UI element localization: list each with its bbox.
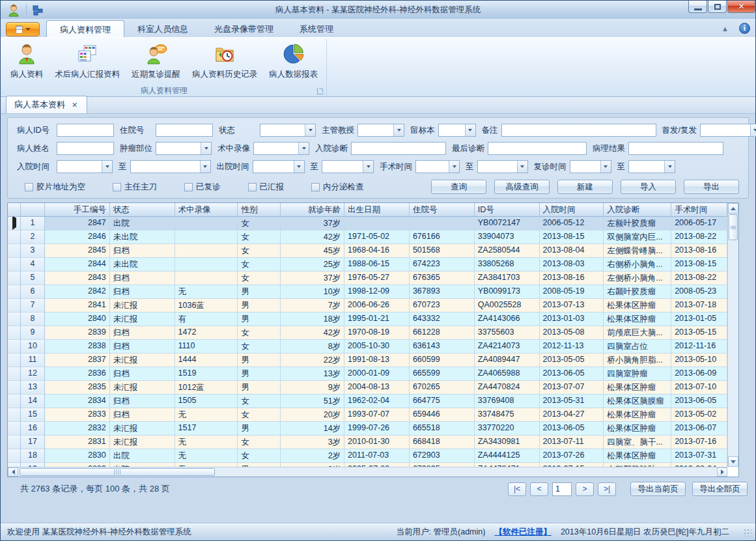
table-row[interactable]: 172831未汇报无女3岁2010-01-30668418ZA343098120… — [8, 436, 727, 449]
table-row[interactable]: 142834归档1505女51岁1962-02-0466477533769408… — [8, 395, 727, 408]
dropdown-arrow-icon[interactable] — [294, 161, 304, 173]
filter-dropdown[interactable] — [253, 142, 309, 155]
filter-checkbox[interactable]: 已复诊 — [184, 182, 221, 193]
checkbox-icon[interactable] — [311, 183, 320, 191]
filter-dropdown[interactable] — [477, 160, 528, 173]
checkbox-icon[interactable] — [184, 183, 193, 191]
checkbox-icon[interactable] — [25, 183, 33, 191]
column-header[interactable]: 术中录像 — [175, 203, 238, 217]
filter-input[interactable] — [156, 124, 213, 137]
scroll-up-icon[interactable] — [728, 203, 738, 214]
resize-grip[interactable] — [744, 529, 751, 536]
horizontal-scrollbar[interactable] — [8, 467, 727, 477]
ribbon-button[interactable]: 病人资料 — [5, 40, 49, 85]
table-row[interactable]: 182830出院无女2岁2011-07-03672903ZA4444125201… — [8, 449, 727, 463]
page-number-input[interactable]: 1 — [552, 482, 572, 496]
filter-input[interactable] — [351, 142, 446, 155]
prev-page-button[interactable]: < — [530, 482, 548, 496]
column-header[interactable]: 就诊年龄 — [281, 203, 344, 217]
ribbon-button[interactable]: 病人数据报表 — [263, 40, 324, 85]
filter-checkbox[interactable]: 主任主刀 — [113, 182, 157, 193]
column-header[interactable]: 手术时间 — [671, 203, 727, 217]
quick-access-icon[interactable] — [31, 4, 44, 17]
filter-dropdown[interactable] — [415, 160, 460, 173]
vertical-scrollbar[interactable] — [727, 203, 738, 467]
table-row[interactable]: 92839归档1472女42岁1970-08-19661228337556032… — [8, 326, 727, 340]
export-current-page-button[interactable]: 导出当前页 — [630, 482, 686, 496]
dropdown-arrow-icon[interactable] — [102, 161, 112, 173]
filter-dropdown[interactable] — [322, 160, 374, 173]
dropdown-arrow-icon[interactable] — [201, 143, 211, 154]
ribbon-tab[interactable]: 系统管理 — [287, 20, 346, 37]
dropdown-arrow-icon[interactable] — [449, 161, 459, 173]
dropdown-arrow-icon[interactable] — [200, 161, 210, 173]
scroll-right-icon[interactable] — [717, 467, 727, 477]
filter-dropdown[interactable] — [253, 160, 305, 173]
filter-checkbox[interactable]: 已汇报 — [248, 182, 285, 193]
table-row[interactable]: 22846未出院女42岁1971-05-02676166339040732013… — [8, 230, 727, 244]
tab-close-icon[interactable]: ✕ — [72, 101, 77, 109]
dropdown-arrow-icon[interactable] — [517, 161, 527, 173]
first-page-button[interactable]: |< — [508, 482, 526, 496]
filter-dropdown[interactable] — [130, 160, 211, 173]
table-row[interactable]: 122836归档1519男13岁2000-01-09665599ZA406598… — [8, 367, 727, 381]
dropdown-arrow-icon[interactable] — [664, 161, 675, 173]
filter-dropdown[interactable] — [260, 124, 316, 137]
table-row[interactable]: 32845归档女45岁1968-04-16501568ZA25805442013… — [8, 244, 727, 258]
dialog-launcher-icon[interactable] — [317, 88, 324, 94]
column-header[interactable]: 状态 — [110, 203, 175, 217]
filter-dropdown[interactable] — [57, 160, 113, 173]
horizontal-scroll-thumb[interactable] — [20, 468, 215, 476]
filter-input[interactable] — [628, 142, 723, 155]
table-row[interactable]: 42844未出院女25岁1988-06-15674223338052682013… — [8, 258, 727, 271]
table-row[interactable]: 62842归档无男10岁1998-12-09367893YB0099173200… — [8, 285, 727, 299]
column-header[interactable]: ID号 — [475, 203, 540, 217]
ribbon-button[interactable]: 病人资料历史记录 — [186, 40, 263, 85]
next-page-button[interactable]: > — [576, 482, 594, 496]
dropdown-arrow-icon[interactable] — [298, 143, 309, 154]
column-header[interactable]: 手工编号 — [45, 203, 110, 217]
filter-dropdown[interactable] — [438, 124, 476, 137]
table-row[interactable]: 12847出院女37岁YB00721472006-05-12左额叶胶质瘤2006… — [8, 217, 727, 230]
action-button[interactable]: 导出 — [684, 180, 739, 194]
column-header[interactable]: 入院诊断 — [604, 203, 671, 217]
table-row[interactable]: 112837未汇报1444男22岁1991-08-13660599ZA40894… — [8, 354, 727, 367]
column-header[interactable]: 住院号 — [410, 203, 475, 217]
action-button[interactable]: 新建 — [557, 180, 613, 194]
filter-dropdown[interactable] — [700, 124, 756, 137]
help-info-icon[interactable]: i — [739, 23, 750, 34]
registered-link[interactable]: 【软件已注册】 — [494, 527, 552, 538]
filter-dropdown[interactable] — [570, 160, 611, 173]
filter-checkbox[interactable]: 内分泌检查 — [311, 182, 364, 193]
dropdown-arrow-icon[interactable] — [600, 161, 611, 173]
column-header[interactable]: 入院时间 — [540, 203, 604, 217]
vertical-scroll-thumb[interactable] — [729, 214, 738, 240]
dropdown-arrow-icon[interactable] — [750, 124, 756, 136]
close-button[interactable]: ✕ — [727, 1, 755, 13]
filter-input[interactable] — [501, 124, 656, 137]
table-row[interactable]: 132835未汇报1012蓝男9岁2004-08-13670265ZA44708… — [8, 381, 727, 395]
table-row[interactable]: 82840未汇报有男18岁1995-01-21643332ZA414306620… — [8, 312, 727, 326]
ribbon-button[interactable]: 近期复诊提醒 — [126, 40, 186, 85]
table-row[interactable]: 162832未汇报1517男14岁1999-07-266655183377022… — [8, 422, 727, 436]
filter-dropdown[interactable] — [156, 142, 212, 155]
minimize-button[interactable] — [688, 1, 707, 13]
checkbox-icon[interactable] — [248, 183, 257, 191]
filter-dropdown[interactable] — [357, 124, 404, 137]
ribbon-tab[interactable]: 科室人员信息 — [124, 20, 201, 37]
tab-patient-basic-info[interactable]: 病人基本资料 ✕ — [6, 96, 87, 113]
action-button[interactable]: 导入 — [621, 180, 676, 194]
application-menu-button[interactable] — [6, 22, 40, 36]
checkbox-icon[interactable] — [113, 183, 121, 191]
ribbon-tab[interactable]: 病人资料管理 — [46, 20, 124, 37]
dropdown-arrow-icon[interactable] — [363, 161, 373, 173]
maximize-button[interactable] — [708, 1, 727, 13]
filter-dropdown[interactable] — [628, 160, 675, 173]
ribbon-button[interactable]: 术后病人汇报资料 — [49, 40, 126, 85]
dropdown-arrow-icon[interactable] — [465, 124, 475, 136]
dropdown-arrow-icon[interactable] — [393, 124, 404, 136]
ribbon-tab[interactable]: 光盘录像带管理 — [201, 20, 287, 37]
scroll-down-icon[interactable] — [728, 456, 738, 467]
action-button[interactable]: 查询 — [431, 180, 486, 194]
table-row[interactable]: 102838归档1110女8岁2005-10-30636143ZA4214073… — [8, 340, 727, 354]
